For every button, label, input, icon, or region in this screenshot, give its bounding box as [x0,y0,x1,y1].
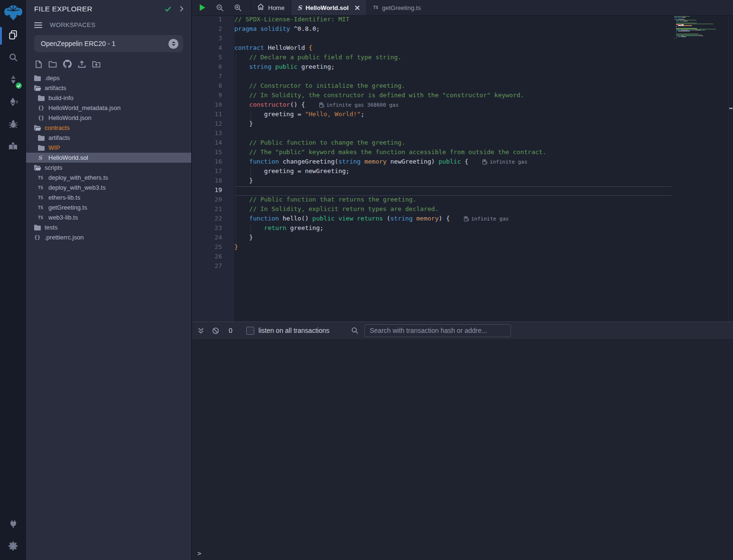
code-line[interactable]: // Declare a public field of type string… [234,54,671,63]
code-line[interactable]: constructor() {infinite gas 368600 gas [234,101,671,110]
close-tab-icon[interactable]: ✕ [354,4,361,11]
tab-home[interactable]: Home [251,0,291,15]
code-line[interactable]: string public greeting; [234,63,671,73]
code-line[interactable]: } [234,243,671,253]
line-number[interactable]: 9 [192,92,234,101]
code-line[interactable]: function changeGreeting(string memory ne… [234,158,671,167]
code-line[interactable]: } [234,177,671,186]
tree-item-contracts[interactable]: contracts [26,123,191,133]
tree-item-build-info[interactable]: build-info [26,93,191,103]
rail-tutorials-button[interactable] [0,136,26,158]
code-line[interactable] [234,129,671,139]
code-line[interactable]: // In Solidity, explicit return types ar… [234,205,671,215]
line-number[interactable]: 17 [192,167,234,177]
code-line[interactable]: // Constructor to initialize the greetin… [234,82,671,92]
tree-item-ethers-lib-ts[interactable]: TSethers-lib.ts [26,193,191,202]
line-number[interactable]: 2 [192,25,234,35]
rail-settings-button[interactable] [0,536,26,558]
upload-file-icon[interactable] [78,60,86,68]
tree-item-deploy-with-web3-ts[interactable]: TSdeploy_with_web3.ts [26,183,191,193]
line-number[interactable]: 21 [192,205,234,215]
tree-item-scripts[interactable]: scripts [26,163,191,173]
line-number[interactable]: 6 [192,63,234,73]
tree-item-helloworld-json[interactable]: {}HelloWorld.json [26,113,191,123]
code-line[interactable]: contract HelloWorld { [234,44,671,54]
code-line[interactable] [234,262,671,272]
line-number[interactable]: 16 [192,158,234,167]
tree-item-artifacts[interactable]: artifacts [26,83,191,93]
editor-gutter[interactable]: 1234567891011121314151617181920212223242… [192,16,234,321]
line-number[interactable]: 18 [192,177,234,186]
code-line[interactable]: greeting = newGreeting; [234,167,671,177]
transaction-search-input[interactable] [364,324,511,337]
line-number[interactable]: 5 [192,54,234,63]
line-number[interactable]: 13 [192,129,234,139]
line-number[interactable]: 22 [192,215,234,224]
tab-helloworld-sol[interactable]: S HelloWorld.sol ✕ [291,0,367,15]
rail-file-explorer-button[interactable] [0,25,26,47]
tree-item-getgreeting-ts[interactable]: TSgetGreeting.ts [26,202,191,212]
code-line[interactable] [234,35,671,44]
line-number[interactable]: 27 [192,262,234,272]
line-number[interactable]: 4 [192,44,234,54]
code-line[interactable]: } [234,234,671,243]
tree-item-web3-lib-ts[interactable]: TSweb3-lib.ts [26,212,191,222]
tree-item-artifacts[interactable]: artifacts [26,133,191,143]
editor-code-area[interactable]: // SPDX-License-Identifier: MITpragma so… [234,16,671,321]
line-number[interactable]: 23 [192,224,234,234]
upload-folder-icon[interactable] [92,61,101,68]
code-line[interactable]: // Public function to change the greetin… [234,139,671,148]
line-number[interactable]: 25 [192,243,234,253]
clear-console-icon[interactable] [212,327,219,334]
code-line[interactable]: greeting = "Hello, World!"; [234,110,671,120]
expand-terminal-icon[interactable] [197,327,204,334]
code-line[interactable]: return greeting; [234,224,671,234]
line-number[interactable]: 1 [192,16,234,25]
overview-ruler[interactable] [728,16,733,321]
line-number[interactable]: 8 [192,82,234,92]
terminal-output[interactable]: > [192,339,733,560]
code-line[interactable]: // The "public" keyword makes the functi… [234,148,671,158]
line-number[interactable]: 19 [192,186,234,196]
run-script-icon[interactable] [199,4,206,11]
clone-github-icon[interactable] [63,60,72,68]
rail-plugin-manager-button[interactable] [0,514,26,536]
rail-debugger-button[interactable] [0,114,26,136]
zoom-in-icon[interactable] [234,4,242,12]
new-file-icon[interactable] [35,60,42,68]
rail-solidity-compiler-button[interactable] [0,69,26,92]
listen-transactions-checkbox[interactable] [246,327,254,335]
tab-getgreeting-ts[interactable]: TS getGreeting.ts [366,0,427,15]
rail-search-button[interactable] [0,47,26,69]
line-number[interactable]: 11 [192,110,234,120]
code-line[interactable]: pragma solidity ^0.8.0; [234,25,671,35]
code-line[interactable]: // SPDX-License-Identifier: MIT [234,16,671,25]
collapse-panel-icon[interactable] [178,6,185,12]
line-number[interactable]: 10 [192,101,234,110]
tree-item-helloworld-metadata-json[interactable]: {}HelloWorld_metadata.json [26,103,191,113]
code-editor[interactable]: 1234567891011121314151617181920212223242… [192,16,733,321]
code-line[interactable] [234,253,671,262]
code-line[interactable]: // In Solidity, the constructor is defin… [234,92,671,101]
workspace-select[interactable]: OpenZeppelin ERC20 - 1 [34,35,183,52]
code-line[interactable]: function hello() public view returns (st… [234,215,671,224]
zoom-out-icon[interactable] [216,4,224,12]
line-number[interactable]: 20 [192,196,234,205]
tree-item--deps[interactable]: .deps [26,73,191,83]
line-number[interactable]: 26 [192,253,234,262]
rail-deploy-run-button[interactable] [0,92,26,114]
new-folder-icon[interactable] [48,61,57,68]
editor-minimap[interactable] [674,16,728,322]
line-number[interactable]: 12 [192,120,234,129]
tree-item-tests[interactable]: tests [26,222,191,232]
code-line[interactable] [234,73,671,82]
tree-item-wip[interactable]: WIP [26,143,191,153]
code-line[interactable]: } [234,120,671,129]
tree-item-helloworld-sol[interactable]: SHelloWorld.sol [26,153,191,163]
tree-item-deploy-with-ethers-ts[interactable]: TSdeploy_with_ethers.ts [26,173,191,183]
line-number[interactable]: 24 [192,234,234,243]
code-line[interactable]: // Public function that returns the gree… [234,196,671,205]
tree-item--prettierrc-json[interactable]: {}.prettierrc.json [26,232,191,242]
line-number[interactable]: 3 [192,35,234,44]
workspaces-menu-icon[interactable] [34,22,42,28]
